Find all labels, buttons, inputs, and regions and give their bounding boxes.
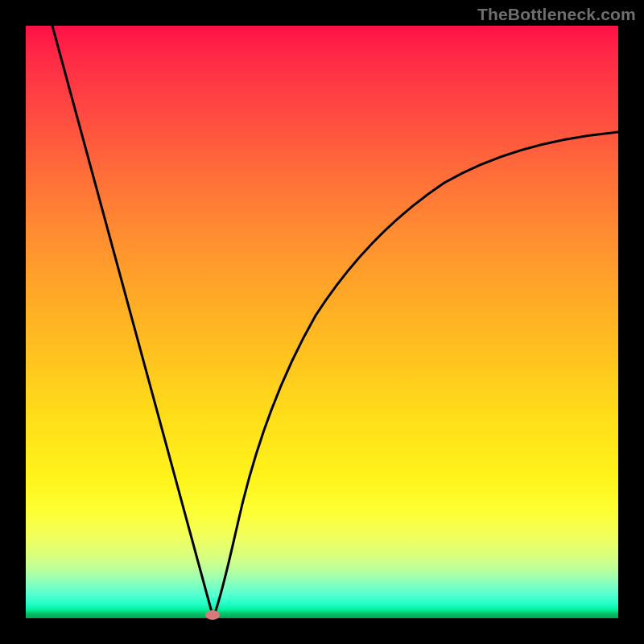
min-marker	[205, 610, 220, 620]
watermark-text: TheBottleneck.com	[477, 5, 636, 24]
plot-area	[26, 26, 618, 618]
curve-path	[52, 26, 618, 615]
curve-svg	[26, 26, 618, 618]
chart-frame: TheBottleneck.com	[0, 0, 644, 644]
